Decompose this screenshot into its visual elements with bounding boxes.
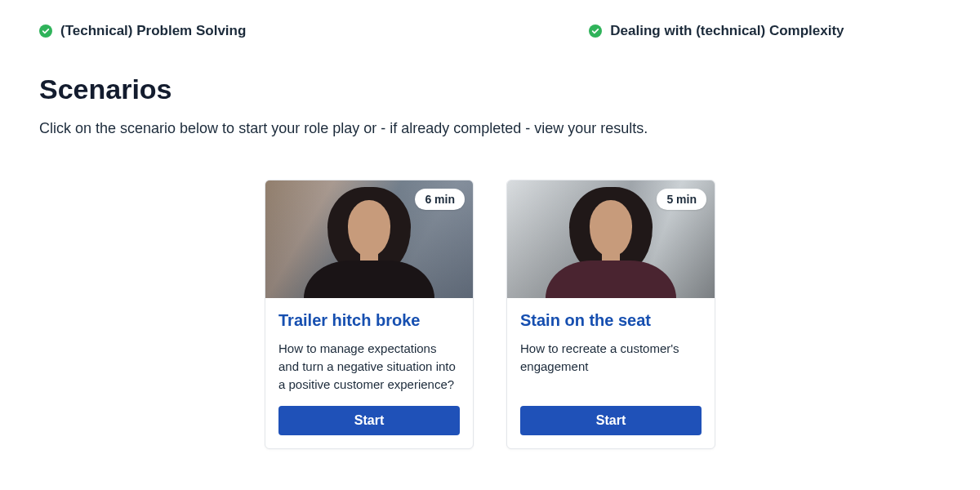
competency-label: Dealing with (technical) Complexity: [610, 23, 844, 39]
competency-row: (Technical) Problem Solving Dealing with…: [39, 23, 941, 39]
duration-badge: 5 min: [657, 189, 706, 210]
start-button[interactable]: Start: [278, 406, 460, 435]
scenario-cards: 6 min Trailer hitch broke How to manage …: [39, 180, 941, 449]
scenario-thumbnail: 5 min: [507, 180, 715, 298]
competency-label: (Technical) Problem Solving: [60, 23, 246, 39]
check-icon: [39, 24, 52, 38]
scenario-title: Stain on the seat: [520, 311, 702, 330]
scenario-card[interactable]: 5 min Stain on the seat How to recreate …: [506, 180, 715, 449]
page-title: Scenarios: [39, 74, 941, 105]
page-subtext: Click on the scenario below to start you…: [39, 120, 941, 137]
scenario-title: Trailer hitch broke: [278, 311, 460, 330]
scenario-description: How to recreate a customer's engagement: [520, 340, 702, 393]
scenario-card[interactable]: 6 min Trailer hitch broke How to manage …: [265, 180, 474, 449]
scenario-description: How to manage expectations and turn a ne…: [278, 340, 460, 393]
competency-item: Dealing with (technical) Complexity: [589, 23, 844, 39]
duration-badge: 6 min: [415, 189, 465, 210]
start-button[interactable]: Start: [520, 406, 702, 435]
scenario-card-body: Stain on the seat How to recreate a cust…: [507, 298, 715, 448]
scenario-thumbnail: 6 min: [265, 180, 473, 298]
check-icon: [589, 24, 602, 38]
scenario-card-body: Trailer hitch broke How to manage expect…: [265, 298, 473, 448]
competency-item: (Technical) Problem Solving: [39, 23, 246, 39]
